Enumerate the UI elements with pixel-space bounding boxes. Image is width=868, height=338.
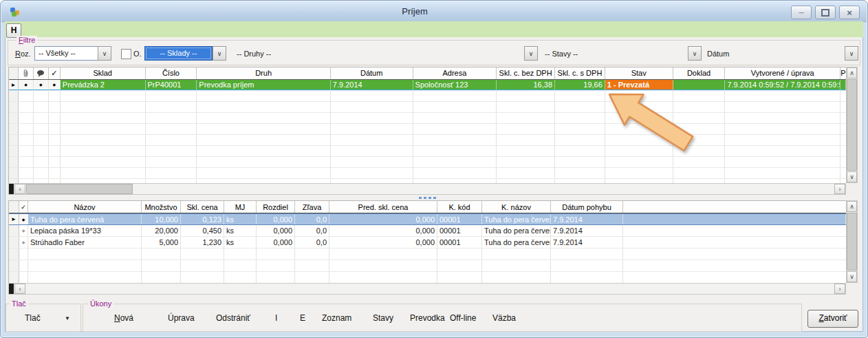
main-table-empty-row[interactable] xyxy=(9,91,846,102)
app-icon xyxy=(10,7,21,17)
column-header-sklad[interactable]: Sklad xyxy=(61,67,146,79)
main-table-hscrollbar[interactable]: ‹ › xyxy=(8,183,846,195)
tlac-button[interactable]: Tlač ▼ xyxy=(18,310,77,326)
column-header-adresa[interactable]: Adresa xyxy=(413,67,497,79)
sklady-combobox[interactable]: -- Sklady -- ∨ xyxy=(144,46,226,61)
hscroll-thumb[interactable] xyxy=(26,184,133,194)
o-checkbox[interactable] xyxy=(121,49,131,59)
chevron-down-icon[interactable]: ∨ xyxy=(98,46,111,61)
column-header-mnozstvo[interactable]: Množstvo xyxy=(142,201,181,213)
column-header-k-nazov[interactable]: K. názov xyxy=(482,201,551,213)
cell-zlava: 0,0 xyxy=(295,237,329,248)
export-button[interactable]: E xyxy=(297,311,308,325)
prevodka-button[interactable]: Prevodka xyxy=(407,311,448,325)
main-table-empty-row[interactable] xyxy=(9,113,846,124)
maximize-button[interactable] xyxy=(815,6,836,19)
vazba-button[interactable]: Väzba xyxy=(490,311,519,325)
scroll-left-arrow[interactable]: ‹ xyxy=(14,184,25,194)
column-header-nazov[interactable]: Názov xyxy=(28,201,142,213)
empty-cell xyxy=(49,102,61,112)
main-table-empty-row[interactable] xyxy=(9,168,846,179)
zatvorit-button[interactable]: Zatvoriť xyxy=(807,310,858,328)
column-header-mj[interactable]: MJ xyxy=(224,201,257,213)
column-header-k-kod[interactable]: K. kód xyxy=(437,201,482,213)
detail-table-empty-row[interactable] xyxy=(9,272,846,284)
column-header-s-dph[interactable]: Skl. c. s DPH xyxy=(555,67,605,79)
detail-table-empty-row[interactable] xyxy=(9,249,846,260)
column-header-skl-cena[interactable]: Skl. cena xyxy=(181,201,224,213)
rozsah-combobox-value: -- Všetky -- xyxy=(34,46,98,61)
scroll-up-arrow[interactable]: ∧ xyxy=(847,201,857,212)
import-button[interactable]: I xyxy=(272,311,280,325)
zoznam-button[interactable]: Zoznam xyxy=(319,311,354,325)
main-table-empty-row[interactable] xyxy=(9,157,846,168)
stavy-button[interactable]: Stavy xyxy=(370,311,396,325)
detail-table-row[interactable]: ◆ Strúhadlo Faber 5,000 1,230 ks 0,000 0… xyxy=(9,237,846,249)
minimize-button[interactable]: ─ xyxy=(791,6,812,19)
column-header-zlava[interactable]: Zľava xyxy=(295,201,329,213)
detail-table-vscrollbar[interactable]: ∧ ∨ xyxy=(846,200,858,283)
main-table-empty-row[interactable] xyxy=(9,135,846,146)
column-header-rozdiel[interactable]: Rozdiel xyxy=(257,201,295,213)
empty-cell xyxy=(497,157,555,167)
empty-cell xyxy=(49,157,61,167)
attachment-column-header[interactable] xyxy=(19,67,34,79)
uprava-button[interactable]: Úprava xyxy=(165,311,197,325)
check-column-header[interactable]: ✓ xyxy=(49,67,61,79)
cell-k-kod: 00001 xyxy=(437,237,482,248)
scroll-right-arrow[interactable]: › xyxy=(834,184,845,194)
empty-cell xyxy=(19,102,34,112)
scroll-left-arrow[interactable]: ‹ xyxy=(14,284,25,294)
column-header-bez-dph[interactable]: Skl. c. bez DPH xyxy=(497,67,555,79)
stavy-combobox-arrow[interactable]: ∨ xyxy=(688,46,702,61)
detail-table-row[interactable]: ◆ Lepiaca páska 19*33 20,000 0,450 ks 0,… xyxy=(9,225,846,237)
column-header-druh[interactable]: Druh xyxy=(197,67,331,79)
main-table-vscrollbar[interactable]: ∧ ∨ xyxy=(846,67,858,183)
splitter-handle[interactable] xyxy=(8,196,846,200)
datum-combobox-arrow[interactable]: ∨ xyxy=(845,46,858,61)
scroll-down-arrow[interactable]: ∨ xyxy=(847,171,857,182)
main-table-selected-row[interactable]: ► ◆ ◆ ◆ Prevádzka 2 PrP40001 Prevodka pr… xyxy=(9,80,846,91)
druhy-combobox-value[interactable]: -- Druhy -- xyxy=(237,50,271,58)
vscroll-thumb[interactable] xyxy=(847,213,857,271)
column-header-cislo[interactable]: Číslo xyxy=(146,67,197,79)
check-column-header[interactable]: ✓ xyxy=(19,201,28,213)
scrollbar-grip[interactable] xyxy=(9,184,14,194)
chevron-down-icon[interactable]: ∨ xyxy=(524,46,538,61)
main-table-empty-row[interactable] xyxy=(9,102,846,113)
column-header-doklad[interactable]: Doklad xyxy=(673,67,726,79)
scrollbar-grip[interactable] xyxy=(9,284,14,294)
empty-cell xyxy=(413,168,497,178)
chevron-down-icon[interactable]: ∨ xyxy=(213,46,226,61)
empty-cell xyxy=(482,272,551,283)
main-table-empty-row[interactable] xyxy=(9,124,846,135)
main-table-empty-row[interactable] xyxy=(9,146,846,157)
detail-table-hscrollbar[interactable]: ‹ › xyxy=(8,283,846,295)
vscroll-thumb[interactable] xyxy=(847,79,857,171)
scroll-right-arrow[interactable]: › xyxy=(834,284,845,294)
rozsah-combobox[interactable]: -- Všetky -- ∨ xyxy=(34,46,111,61)
column-header-datum-pohybu[interactable]: Dátum pohybu xyxy=(551,201,623,213)
chevron-down-icon[interactable]: ∨ xyxy=(845,46,858,61)
close-button[interactable]: × xyxy=(839,6,860,19)
chevron-down-icon[interactable]: ∨ xyxy=(688,46,702,61)
odstranit-button[interactable]: Odstrániť xyxy=(213,311,253,325)
column-header-vytvorene[interactable]: Vytvorené / úprava xyxy=(725,67,840,79)
stavy-combobox-value[interactable]: -- Stavy -- xyxy=(545,50,578,58)
detail-table-empty-row[interactable] xyxy=(9,260,846,272)
datum-combobox-value[interactable]: Dátum xyxy=(707,50,729,58)
column-header-pred-skl-cena[interactable]: Pred. skl. cena xyxy=(329,201,437,213)
empty-cell xyxy=(413,102,497,112)
scroll-down-arrow[interactable]: ∨ xyxy=(847,271,857,282)
detail-table-row[interactable]: ► ◆ Tuha do pera červená 10,000 0,123 ks… xyxy=(9,213,846,225)
title-bar[interactable]: Príjem ─ × xyxy=(1,1,867,22)
druhy-combobox-arrow[interactable]: ∨ xyxy=(524,46,538,61)
nova-button[interactable]: Nová xyxy=(111,311,136,325)
column-header-datum[interactable]: Dátum xyxy=(331,67,413,79)
column-header-partial[interactable]: P xyxy=(840,67,846,79)
comment-column-header[interactable] xyxy=(34,67,49,79)
column-header-stav[interactable]: Stav xyxy=(605,67,673,79)
cell-skl-cena: 0,123 xyxy=(181,214,224,224)
scroll-up-arrow[interactable]: ∧ xyxy=(847,67,857,78)
offline-button[interactable]: Off-line xyxy=(447,311,479,325)
